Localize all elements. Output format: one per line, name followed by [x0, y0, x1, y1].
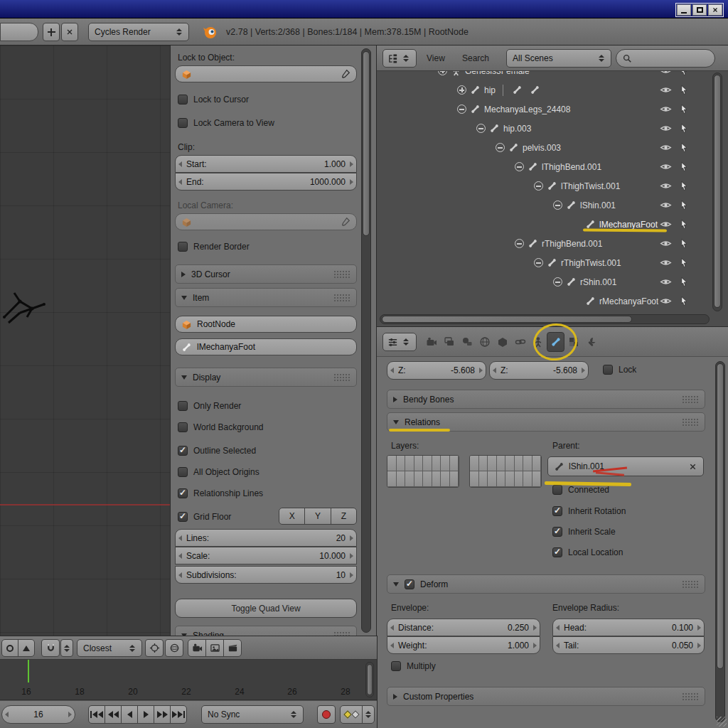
only-render-row[interactable]: Only Render [178, 401, 241, 411]
tab-object-data[interactable] [529, 332, 547, 352]
panel-3d-cursor[interactable]: 3D Cursor [175, 264, 357, 284]
item-bone-name-field[interactable]: lMechanyaFoot [175, 338, 357, 355]
relationship-lines-row[interactable]: Relationship Lines [178, 488, 263, 498]
parent-field[interactable]: lShin.001 [547, 456, 704, 476]
world-background-row[interactable]: World Background [178, 422, 264, 432]
layer-cell[interactable] [423, 456, 432, 471]
jump-to-start-button[interactable] [88, 705, 105, 724]
collapse-minus-icon[interactable] [553, 200, 562, 210]
layer-cell[interactable] [497, 471, 506, 487]
outliner-row[interactable]: hip.003 [377, 119, 711, 138]
layer-cell[interactable] [450, 471, 459, 487]
sync-mode-dropdown[interactable]: No Sync [201, 705, 304, 724]
bone-icon[interactable] [512, 85, 523, 95]
tab-scene[interactable] [458, 332, 476, 352]
panel-relations[interactable]: Relations [387, 412, 705, 432]
outliner-hscrollbar[interactable] [380, 314, 710, 324]
minimize-button[interactable] [677, 4, 691, 16]
tab-object[interactable] [493, 332, 511, 352]
panel-grip-icon[interactable] [333, 631, 350, 636]
outliner-menu-view[interactable]: View [427, 46, 445, 71]
selectable-pointer-icon[interactable] [679, 296, 690, 306]
manipulator-button[interactable] [165, 639, 183, 657]
multiply-checkbox[interactable] [391, 661, 401, 671]
only-render-checkbox[interactable] [178, 401, 188, 411]
outliner-row[interactable]: hip [377, 80, 711, 100]
envelope-head-field[interactable]: Head: 0.100 [552, 619, 705, 636]
layer-cell[interactable] [488, 471, 497, 487]
layer-cell[interactable] [523, 456, 532, 471]
current-frame-field[interactable]: 16 [1, 705, 75, 724]
z-location-field[interactable]: Z: -5.608 [387, 361, 486, 380]
play-button[interactable] [137, 705, 154, 724]
item-object-name-field[interactable]: RootNode [175, 316, 357, 333]
lock-to-object-field[interactable] [175, 65, 357, 82]
outliner-menu-search[interactable]: Search [462, 46, 489, 71]
outline-selected-row[interactable]: Outline Selected [178, 446, 256, 456]
scrollbar-thumb[interactable] [363, 51, 370, 236]
outliner-search-input[interactable] [636, 53, 709, 63]
layer-cell[interactable] [470, 456, 479, 471]
selectable-pointer-icon[interactable] [679, 123, 690, 134]
selectable-pointer-icon[interactable] [679, 85, 690, 95]
play-reverse-button[interactable] [121, 705, 138, 724]
lock-row[interactable]: Lock [603, 365, 636, 375]
lines-field[interactable]: Lines: 20 [175, 529, 357, 547]
auto-keyframe-record-button[interactable] [317, 705, 336, 724]
panel-bendy-bones[interactable]: Bendy Bones [387, 390, 705, 409]
lock-to-cursor-row[interactable]: Lock to Cursor [178, 95, 249, 105]
layer-cell[interactable] [432, 456, 441, 471]
grid-floor-checkbox[interactable] [178, 512, 188, 522]
selectable-pointer-icon[interactable] [679, 238, 690, 249]
proportional-falloff-button[interactable] [18, 639, 35, 657]
envelope-weight-field[interactable]: Weight: 1.000 [387, 636, 540, 654]
render-engine-dropdown[interactable]: Cycles Render [88, 23, 189, 41]
opengl-render-image-button[interactable] [205, 639, 224, 657]
visibility-eye-icon[interactable] [660, 180, 672, 192]
panel-custom-properties[interactable]: Custom Properties [387, 687, 705, 706]
visibility-eye-icon[interactable] [660, 141, 672, 154]
editor-type-button[interactable] [382, 49, 417, 68]
selectable-pointer-icon[interactable] [679, 161, 690, 172]
timeline-mini-scrollbar[interactable] [365, 662, 374, 697]
layer-cell[interactable] [441, 456, 450, 471]
selectable-pointer-icon[interactable] [679, 200, 690, 210]
tab-render[interactable] [422, 332, 440, 352]
collapse-minus-icon[interactable] [457, 105, 466, 114]
layer-cell[interactable] [532, 456, 542, 471]
envelope-distance-field[interactable]: Distance: 0.250 [387, 619, 540, 636]
visibility-eye-icon[interactable] [660, 199, 672, 211]
panel-shading[interactable]: Shading [175, 626, 357, 636]
collapse-minus-icon[interactable] [476, 124, 486, 133]
proportional-editing-button[interactable] [1, 639, 18, 657]
connected-checkbox[interactable] [552, 485, 562, 495]
panel-grip-icon[interactable] [682, 580, 699, 588]
layer-cell[interactable] [441, 471, 450, 487]
layer-cell[interactable] [488, 456, 497, 471]
tab-physics[interactable] [582, 332, 600, 352]
tab-world[interactable] [476, 332, 493, 352]
layer-cell[interactable] [497, 456, 506, 471]
collapse-minus-icon[interactable] [496, 143, 505, 152]
outline-selected-checkbox[interactable] [178, 446, 188, 456]
snap-toggle-button[interactable] [41, 639, 60, 657]
layer-cell[interactable] [505, 471, 515, 487]
opengl-render-button[interactable] [188, 639, 206, 657]
bone-icon[interactable] [530, 85, 540, 95]
inherit-rotation-checkbox[interactable] [552, 506, 562, 516]
editor-header-stub[interactable] [0, 23, 38, 41]
toggle-quad-view-button[interactable]: Toggle Quad View [175, 599, 357, 618]
layer-cell[interactable] [470, 471, 479, 487]
deform-checkbox[interactable] [405, 579, 414, 589]
axis-z-button[interactable]: Z [331, 508, 357, 525]
layer-cell[interactable] [432, 471, 441, 487]
outliner-search-field[interactable] [616, 49, 715, 68]
axis-y-button[interactable]: Y [304, 508, 331, 525]
world-background-checkbox[interactable] [178, 422, 188, 432]
visibility-eye-icon[interactable] [660, 71, 672, 77]
layer-cell[interactable] [479, 456, 488, 471]
panel-grip-icon[interactable] [682, 418, 699, 426]
outliner-row[interactable]: rThighTwist.001 [377, 253, 711, 272]
scrollbar-thumb[interactable] [714, 75, 721, 308]
add-button[interactable] [43, 23, 60, 41]
